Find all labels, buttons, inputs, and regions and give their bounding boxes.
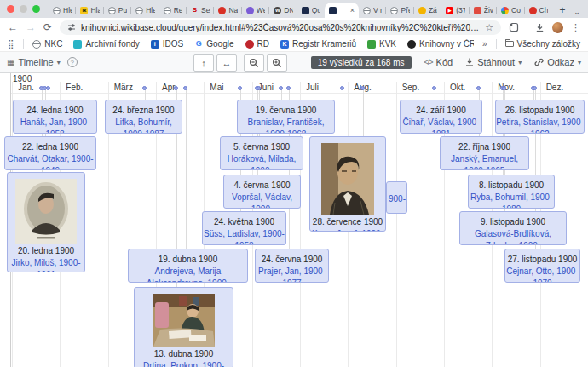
event-person-link[interactable]: Janský, Emanuel, 1900-1965 (441, 153, 528, 170)
tab[interactable]: Živ (470, 3, 497, 18)
site-settings-icon[interactable] (67, 23, 76, 32)
bookmark-item[interactable]: Knihovny v ČR (407, 39, 474, 49)
event-card[interactable]: 28. července 1900Knap, Josef, 1900-1973 (309, 136, 386, 232)
bookmarks-overflow-chevron[interactable]: » (482, 39, 487, 49)
event-marker-dot[interactable] (533, 86, 537, 90)
url-text[interactable]: knihovnici.wikibase.cloud/query/index.ht… (81, 23, 480, 32)
zoom-window-button[interactable] (32, 5, 40, 13)
downloads-icon[interactable] (535, 23, 545, 32)
bookmark-item[interactable]: NKC (32, 39, 62, 49)
minimize-window-button[interactable] (20, 5, 27, 13)
tab[interactable]: Co (497, 3, 524, 18)
event-card[interactable]: 24. ledna 1900Hanák, Jan, 1900-1958 (13, 100, 97, 134)
event-person-link[interactable]: Horáková, Milada, 1900- (221, 153, 303, 170)
event-card[interactable]: 19. června 1900Branislav, František, 190… (237, 100, 335, 134)
event-card[interactable]: 8. listopadu 1900Ryba, Bohumil, 1900-198… (468, 175, 555, 209)
event-person-link[interactable]: Petira, Stanislav, 1900-1962 (496, 117, 584, 134)
event-person-link[interactable]: Hanák, Jan, 1900-1958 (14, 117, 96, 134)
event-marker-dot[interactable] (502, 86, 506, 90)
event-card[interactable]: 24. září 1900Čihař, Václav, 1900-1981 (400, 100, 482, 134)
fit-vertical-button[interactable]: ↕ (193, 54, 214, 72)
event-marker-dot[interactable] (286, 86, 291, 90)
tab[interactable]: SSez (187, 3, 214, 18)
event-card[interactable]: 5. června 1900Horáková, Milada, 1900- (220, 136, 303, 170)
tab[interactable]: ikHla (76, 3, 103, 18)
view-selector[interactable]: ▦ Timeline ▾ (7, 57, 61, 67)
zoom-in-button[interactable] (267, 54, 287, 72)
browser-menu-icon[interactable]: ⋮ (571, 22, 580, 33)
event-marker-dot[interactable] (257, 86, 261, 90)
event-person-link[interactable]: Knap, Josef, 1900-1973 (310, 228, 385, 232)
event-person-link[interactable]: Čihař, Václav, 1900-1981 (401, 117, 481, 134)
event-marker-dot[interactable] (142, 86, 147, 90)
tab[interactable]: Pře (386, 3, 413, 18)
event-card[interactable]: 26. listopadu 1900Petira, Stanislav, 190… (495, 100, 585, 134)
event-person-link[interactable]: Ryba, Bohumil, 1900-1980 (469, 192, 554, 209)
apps-grid-icon[interactable]: ⣿ (8, 39, 14, 49)
event-marker-dot[interactable] (174, 86, 178, 90)
bookmark-star-icon[interactable]: ☆ (485, 22, 493, 33)
event-card[interactable]: 9. listopadu 1900Galasová-Brdlíková, Zde… (459, 211, 567, 245)
event-person-link[interactable]: Cejnar, Otto, 1900-1979 (505, 266, 579, 283)
event-card[interactable]: 22. října 1900Janský, Emanuel, 1900-1965 (440, 136, 529, 170)
event-marker-dot[interactable] (183, 86, 187, 90)
event-card[interactable]: 24. června 1900Prajer, Jan, 1900-1977 (255, 249, 329, 283)
tab[interactable]: Chc (525, 3, 552, 18)
all-bookmarks-button[interactable]: Všechny záložky (505, 39, 580, 49)
event-person-link[interactable]: Prajer, Jan, 1900-1977 (256, 266, 328, 283)
event-card-fragment[interactable]: 900- (386, 181, 407, 214)
tab[interactable]: Wel (242, 3, 269, 18)
tab[interactable]: Hle (131, 3, 159, 18)
event-person-link[interactable]: Charvát, Otakar, 1900-1949 (5, 153, 95, 170)
bookmark-item[interactable]: iIDOS (151, 39, 183, 49)
event-marker-dot[interactable] (432, 86, 436, 90)
bookmark-item[interactable]: GGoogle (194, 39, 233, 49)
event-marker-dot[interactable] (279, 86, 283, 90)
tab[interactable]: Zás (414, 3, 441, 18)
tab[interactable]: Hle (49, 3, 76, 18)
tab[interactable]: Na (214, 3, 241, 18)
new-tab-button[interactable]: + (556, 3, 569, 17)
tab[interactable]: WDN (269, 3, 297, 18)
tab[interactable]: Rel (159, 3, 187, 18)
event-marker-dot[interactable] (238, 86, 242, 90)
profile-avatar[interactable] (552, 22, 563, 33)
back-icon[interactable]: ← (8, 22, 18, 32)
fit-horizontal-button[interactable]: ↔ (216, 54, 237, 72)
event-card[interactable]: 24. března 1900Lifka, Bohumír, 1900-1987 (105, 100, 182, 134)
url-field[interactable]: knihovnici.wikibase.cloud/query/index.ht… (60, 20, 501, 35)
close-window-button[interactable] (7, 5, 14, 13)
extensions-icon[interactable] (509, 22, 519, 32)
event-marker-dot[interactable] (340, 86, 344, 90)
link-button[interactable]: Odkaz ▾ (534, 57, 581, 67)
timeline-canvas[interactable]: 1900 Jan.Feb.MärzApr.MaiJuniJuliAug.Sep.… (0, 73, 588, 367)
event-card[interactable]: 22. ledna 1900Charvát, Otakar, 1900-1949 (4, 136, 96, 170)
event-card[interactable]: 24. května 1900Süss, Ladislav, 1900-1953 (202, 211, 286, 245)
event-card[interactable]: 27. listopadu 1900Cejnar, Otto, 1900-197… (504, 249, 580, 283)
bookmark-item[interactable]: Archivní fondy (73, 39, 139, 49)
event-person-link[interactable]: Jirko, Miloš, 1900-1961 (8, 257, 84, 272)
event-person-link[interactable]: Vopršal, Václav, 1900- (224, 192, 300, 209)
help-icon[interactable]: ? (67, 57, 78, 67)
event-person-link[interactable]: Galasová-Brdlíková, Zdenka, 1900- (460, 228, 566, 245)
event-card[interactable]: 13. dubna 1900Drtina, Prokop, 1900-1980 (134, 287, 233, 367)
tab-search-chevron-icon[interactable]: ⌄ (571, 8, 583, 16)
event-card[interactable]: 4. června 1900Vopršal, Václav, 1900- (223, 175, 301, 209)
tab[interactable]: Pul (104, 3, 131, 18)
event-marker-dot[interactable] (39, 86, 43, 90)
event-card[interactable]: 19. dubna 1900Andrejeva, Marija Aleksand… (128, 249, 248, 283)
tab[interactable]: V r (359, 3, 386, 18)
tab-active[interactable]: × (325, 3, 359, 18)
tab-close-icon[interactable]: × (350, 7, 355, 14)
event-person-link[interactable]: Andrejeva, Marija Aleksandrovna, 1900- (129, 266, 247, 283)
event-card[interactable]: 20. ledna 1900Jirko, Miloš, 1900-1961 (7, 172, 85, 272)
event-marker-dot[interactable] (360, 86, 365, 90)
zoom-out-button[interactable] (244, 54, 264, 72)
bookmark-item[interactable]: KRegistr Krameriů (280, 39, 356, 49)
code-button[interactable]: </> Kód (424, 57, 453, 67)
bookmark-item[interactable]: KVK (367, 39, 396, 49)
tab[interactable]: Qu (297, 3, 325, 18)
event-person-link[interactable]: Branislav, František, 1900-1968 (238, 117, 334, 134)
bookmark-item[interactable]: RD (245, 39, 269, 49)
tab[interactable]: ▶(37 (441, 3, 469, 18)
